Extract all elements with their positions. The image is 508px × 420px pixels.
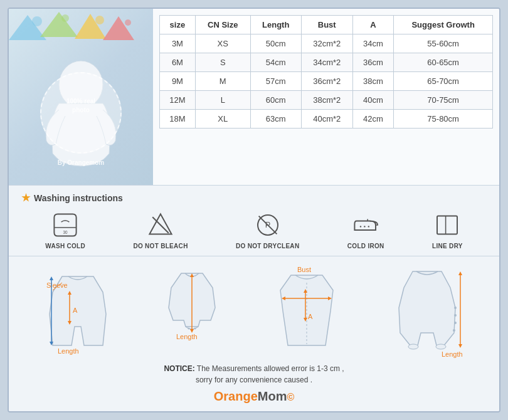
col-cn-size: CN Size xyxy=(195,16,250,34)
table-cell: 65-70cm xyxy=(394,72,493,91)
wash-cold-icon: 30 xyxy=(50,210,80,240)
notice-text-1: The Measurements allowed error is 1-3 cm… xyxy=(195,364,344,373)
diagram-svg-3: Bust A xyxy=(269,264,344,358)
svg-text:Length: Length xyxy=(176,333,198,340)
table-cell: 55-60cm xyxy=(394,34,493,53)
svg-point-53 xyxy=(436,344,446,349)
table-cell: 38cm*2 xyxy=(301,91,352,110)
table-cell: 60cm xyxy=(250,91,301,110)
svg-text:Length: Length xyxy=(58,347,79,355)
svg-point-19 xyxy=(368,226,369,227)
line-dry-icon xyxy=(432,210,462,240)
brand-footer: OrangeMom© xyxy=(19,386,489,406)
table-cell: M xyxy=(195,72,250,91)
table-cell: 40cm xyxy=(352,91,394,110)
table-cell: 70-75cm xyxy=(394,91,493,110)
no-dryclean-label: DO NOT DRYCLEAN xyxy=(236,243,299,249)
washing-icons-row: 30 WASH COLD DO NOT BLEACH xyxy=(21,210,487,252)
table-cell: 54cm xyxy=(250,53,301,72)
table-cell: S xyxy=(195,53,250,72)
svg-text:Length: Length xyxy=(442,350,463,358)
by-label: By Orangemom xyxy=(58,159,104,166)
baby-image: 100% real photo By Orangemom xyxy=(9,9,153,185)
table-row: 6MS54cm34cm*236cm60-65cm xyxy=(160,53,493,72)
col-a: A xyxy=(352,16,394,34)
table-header-row: size CN Size Length Bust A Suggest Growt… xyxy=(160,16,493,34)
photo-label: 100% real photo xyxy=(61,97,101,115)
notice-label: NOTICE: xyxy=(164,364,194,373)
table-cell: XL xyxy=(195,110,250,129)
svg-rect-20 xyxy=(437,216,457,234)
svg-marker-56 xyxy=(458,271,462,275)
cold-iron-icon xyxy=(351,210,381,240)
svg-text:Bust: Bust xyxy=(297,266,311,273)
baby-circle: 100% real photo xyxy=(40,72,122,154)
table-cell: XS xyxy=(195,34,250,53)
table-cell: 60-65cm xyxy=(394,53,493,72)
outer-wrapper: 100% real photo By Orangemom size CN Siz… xyxy=(0,0,508,420)
svg-point-5 xyxy=(61,14,69,22)
svg-text:A: A xyxy=(73,307,78,314)
washing-title: ★ Washing instructions xyxy=(21,192,487,204)
no-bleach-label: DO NOT BLEACH xyxy=(133,243,188,249)
svg-point-49 xyxy=(454,314,457,317)
diagram-4: Length xyxy=(386,264,468,358)
washing-section: ★ Washing instructions 30 WASH COLD xyxy=(9,186,499,256)
table-cell: 18M xyxy=(160,110,196,129)
table-area: size CN Size Length Bust A Suggest Growt… xyxy=(153,9,499,185)
cold-iron-item: COLD IRON xyxy=(347,210,384,249)
diagram-2: Length xyxy=(157,264,226,358)
col-bust: Bust xyxy=(301,16,352,34)
diagram-svg-2: Length xyxy=(157,264,226,358)
notice-text-2: sorry for any convenience caused . xyxy=(196,375,312,384)
wash-cold-item: 30 WASH COLD xyxy=(45,210,85,249)
diagram-3: Bust A xyxy=(269,264,344,358)
top-section: 100% real photo By Orangemom size CN Siz… xyxy=(9,9,499,186)
line-dry-item: LINE DRY xyxy=(432,210,463,249)
svg-point-48 xyxy=(454,307,457,309)
svg-text:30: 30 xyxy=(63,230,68,234)
star-icon: ★ xyxy=(21,192,30,204)
table-cell: 12M xyxy=(160,91,196,110)
brand-name: OrangeMom© xyxy=(214,389,295,403)
svg-point-50 xyxy=(454,322,457,324)
line-dry-label: LINE DRY xyxy=(432,243,463,249)
svg-point-7 xyxy=(125,19,131,26)
svg-point-51 xyxy=(453,329,455,332)
svg-marker-57 xyxy=(458,344,462,348)
no-bleach-icon xyxy=(146,210,176,240)
svg-marker-30 xyxy=(50,276,53,280)
table-cell: 32cm*2 xyxy=(301,34,352,53)
svg-marker-1 xyxy=(40,12,78,37)
diagram-1: Sleeve A Length xyxy=(40,264,115,358)
table-body: 3MXS50cm32cm*234cm55-60cm6MS54cm34cm*236… xyxy=(160,34,493,129)
no-dryclean-item: P DO NOT DRYCLEAN xyxy=(236,210,299,249)
svg-point-6 xyxy=(95,16,104,24)
diagram-svg-4: Length xyxy=(386,264,468,358)
image-area: 100% real photo By Orangemom xyxy=(9,9,153,185)
col-suggest: Suggest Growth xyxy=(394,16,493,34)
svg-text:Sleeve: Sleeve xyxy=(46,281,68,289)
table-row: 9MM57cm36cm*238cm65-70cm xyxy=(160,72,493,91)
svg-text:A: A xyxy=(308,313,313,320)
table-cell: 34cm xyxy=(352,34,394,53)
table-cell: 36cm xyxy=(352,53,394,72)
brand-prefix: Orange xyxy=(214,389,258,403)
wash-cold-label: WASH COLD xyxy=(45,243,85,249)
notice-text: NOTICE: The Measurements allowed error i… xyxy=(19,363,489,386)
measurement-diagrams: Sleeve A Length xyxy=(19,261,489,360)
table-cell: 38cm xyxy=(352,72,394,91)
brand-copyright: © xyxy=(287,392,294,402)
svg-line-15 xyxy=(258,216,277,234)
washing-title-text: Washing instructions xyxy=(34,193,123,203)
size-table: size CN Size Length Bust A Suggest Growt… xyxy=(159,15,493,129)
svg-point-18 xyxy=(364,226,365,227)
table-cell: 34cm*2 xyxy=(301,53,352,72)
svg-point-32 xyxy=(188,328,190,330)
svg-point-52 xyxy=(408,344,418,349)
deco-triangles xyxy=(9,9,153,59)
measurement-section: Sleeve A Length xyxy=(9,256,499,411)
col-size: size xyxy=(160,16,196,34)
table-cell: L xyxy=(195,91,250,110)
table-cell: 50cm xyxy=(250,34,301,53)
